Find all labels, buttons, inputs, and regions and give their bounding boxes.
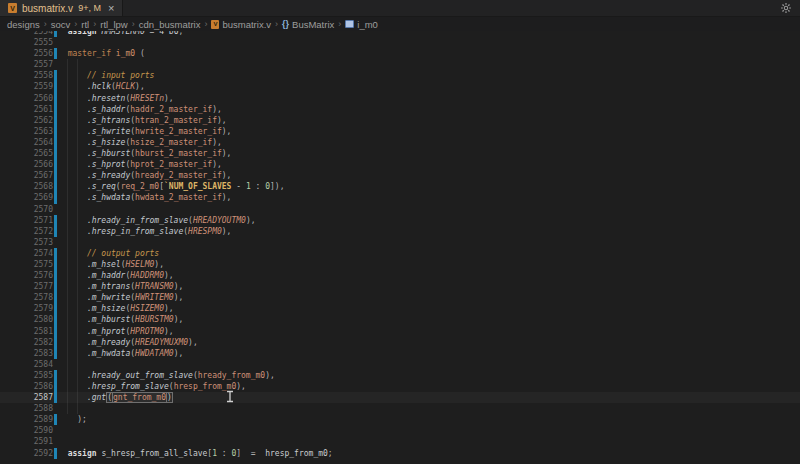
- code-text: .s_haddr(haddr_2_master_if),: [58, 104, 800, 115]
- code-line-2586[interactable]: 2586 .hresp_from_slave(hresp_from_m0),: [0, 381, 800, 392]
- code-text: .s_hsize(hsize_2_master_if),: [58, 137, 800, 148]
- tab-busmatrix[interactable]: V busmatrix.v 9+, M ×: [0, 0, 123, 16]
- code-line-2566[interactable]: 2566 .s_hprot(hprot_2_master_if),: [0, 159, 800, 170]
- gutter: [53, 70, 58, 81]
- gutter: [53, 181, 58, 192]
- code-text: .m_hburst(HBURSTM0),: [58, 314, 800, 325]
- code-text: [58, 204, 800, 215]
- symbol-instance-icon: [345, 20, 354, 28]
- code-line-2560[interactable]: 2560 .hresetn(HRESETn),: [0, 93, 800, 104]
- code-line-2576[interactable]: 2576 .m_haddr(HADDRM0),: [0, 270, 800, 281]
- line-number: 2572: [0, 226, 53, 237]
- code-line-2572[interactable]: 2572 .hresp_in_from_slave(HRESPM0),: [0, 226, 800, 237]
- line-number: 2577: [0, 281, 53, 292]
- line-number: 2585: [0, 370, 53, 381]
- code-line-2575[interactable]: 2575 .m_hsel(HSELM0),: [0, 259, 800, 270]
- code-line-2577[interactable]: 2577 .m_htrans(HTRANSM0),: [0, 281, 800, 292]
- code-line-2592[interactable]: 2592 assign s_hresp_from_all_slave[1 : 0…: [0, 448, 800, 459]
- code-line-2570[interactable]: 2570: [0, 204, 800, 215]
- line-number: 2562: [0, 115, 53, 126]
- git-modified-indicator: [54, 192, 57, 203]
- code-line-2569[interactable]: 2569 .s_hwdata(hwdata_2_master_if),: [0, 192, 800, 203]
- code-line-2567[interactable]: 2567 .s_hready(hready_2_master_if),: [0, 170, 800, 181]
- gutter: [53, 170, 58, 181]
- breadcrumb-item-rtl[interactable]: rtl: [81, 19, 89, 30]
- breadcrumb-item-cdn_busmatrix[interactable]: cdn_busmatrix: [139, 19, 201, 30]
- line-number: 2579: [0, 303, 53, 314]
- gutter: [53, 425, 58, 436]
- code-line-2556[interactable]: 2556 master_if i_m0 (: [0, 48, 800, 59]
- code-line-2584[interactable]: 2584: [0, 359, 800, 370]
- code-text: .m_hprot(HPROTM0),: [58, 326, 800, 337]
- code-line-2589[interactable]: 2589 );: [0, 414, 800, 425]
- lightbulb-icon[interactable]: [60, 392, 70, 403]
- git-modified-indicator: [54, 270, 57, 281]
- code-text: .m_hsize(HSIZEM0),: [58, 303, 800, 314]
- gutter: [53, 303, 58, 314]
- code-text: .hready_out_from_slave(hready_from_m0),: [58, 370, 800, 381]
- code-line-2562[interactable]: 2562 .s_htrans(htran_2_master_if),: [0, 115, 800, 126]
- code-line-2565[interactable]: 2565 .s_hburst(hburst_2_master_if),: [0, 148, 800, 159]
- code-line-2561[interactable]: 2561 .s_haddr(haddr_2_master_if),: [0, 104, 800, 115]
- gutter: [53, 192, 58, 203]
- line-number: 2592: [0, 448, 53, 459]
- code-line-2555[interactable]: 2555: [0, 37, 800, 48]
- line-number: 2556: [0, 48, 53, 59]
- git-modified-indicator: [54, 170, 57, 181]
- line-number: 2559: [0, 81, 53, 92]
- gutter: [53, 326, 58, 337]
- code-line-2587[interactable]: 2587 .gnt(gnt_from_m0): [0, 392, 800, 403]
- breadcrumb-item-i_m0[interactable]: i_m0: [345, 19, 378, 30]
- code-line-2582[interactable]: 2582 .m_hready(HREADYMUXM0),: [0, 337, 800, 348]
- code-text: .m_haddr(HADDRM0),: [58, 270, 800, 281]
- code-text: [58, 403, 800, 414]
- breadcrumb-label: designs: [7, 19, 40, 30]
- code-line-2564[interactable]: 2564 .s_hsize(hsize_2_master_if),: [0, 137, 800, 148]
- code-line-2588[interactable]: 2588: [0, 403, 800, 414]
- code-text: [58, 359, 800, 370]
- code-line-2580[interactable]: 2580 .m_hburst(HBURSTM0),: [0, 314, 800, 325]
- breadcrumb-label: rtl: [81, 19, 89, 30]
- code-line-2585[interactable]: 2585 .hready_out_from_slave(hready_from_…: [0, 370, 800, 381]
- code-text: .s_hready(hready_2_master_if),: [58, 170, 800, 181]
- breadcrumb-separator: ›: [338, 19, 341, 29]
- code-line-2590[interactable]: 2590: [0, 425, 800, 436]
- gutter: [53, 381, 58, 392]
- breadcrumb-item-designs[interactable]: designs: [7, 19, 40, 30]
- breadcrumb-item-busmatrix-v[interactable]: Vbusmatrix.v: [211, 19, 271, 30]
- code-editor[interactable]: 2554 assign HMASTERM0 = 4'b0;25552556 ma…: [0, 31, 800, 464]
- code-line-2573[interactable]: 2573: [0, 237, 800, 248]
- gutter: [53, 104, 58, 115]
- gutter: [53, 137, 58, 148]
- code-line-2558[interactable]: 2558 // input ports: [0, 70, 800, 81]
- breadcrumb-item-busmatrix[interactable]: {}BusMatrix: [282, 19, 334, 30]
- code-line-2581[interactable]: 2581 .m_hprot(HPROTM0),: [0, 326, 800, 337]
- close-icon[interactable]: ×: [108, 3, 114, 14]
- line-number: 2578: [0, 292, 53, 303]
- code-line-2559[interactable]: 2559 .hclk(HCLK),: [0, 81, 800, 92]
- line-number: 2576: [0, 270, 53, 281]
- code-text: master_if i_m0 (: [58, 48, 800, 59]
- code-line-2568[interactable]: 2568 .s_req(req_2_m0[`NUM_OF_SLAVES - 1 …: [0, 181, 800, 192]
- breadcrumb-item-rtl_lpw[interactable]: rtl_lpw: [100, 19, 127, 30]
- code-line-2578[interactable]: 2578 .m_hwrite(HWRITEM0),: [0, 292, 800, 303]
- line-number: 2570: [0, 204, 53, 215]
- code-line-2583[interactable]: 2583 .m_hwdata(HWDATAM0),: [0, 348, 800, 359]
- breadcrumb-label: rtl_lpw: [100, 19, 127, 30]
- code-text: [58, 237, 800, 248]
- code-line-2571[interactable]: 2571 .hready_in_from_slave(HREADYOUTM0),: [0, 215, 800, 226]
- git-modified-indicator: [54, 292, 57, 303]
- line-number: 2586: [0, 381, 53, 392]
- code-line-2579[interactable]: 2579 .m_hsize(HSIZEM0),: [0, 303, 800, 314]
- breadcrumb-item-socv[interactable]: socv: [51, 19, 71, 30]
- git-modified-indicator: [54, 70, 57, 81]
- code-line-2563[interactable]: 2563 .s_hwrite(hwrite_2_master_if),: [0, 126, 800, 137]
- gutter: [53, 93, 58, 104]
- settings-button[interactable]: [772, 0, 800, 16]
- code-line-2557[interactable]: 2557: [0, 59, 800, 70]
- code-line-2574[interactable]: 2574 // output ports: [0, 248, 800, 259]
- git-modified-indicator: [54, 326, 57, 337]
- code-text: .s_htrans(htran_2_master_if),: [58, 115, 800, 126]
- code-line-2591[interactable]: 2591: [0, 436, 800, 447]
- code-text: .m_htrans(HTRANSM0),: [58, 281, 800, 292]
